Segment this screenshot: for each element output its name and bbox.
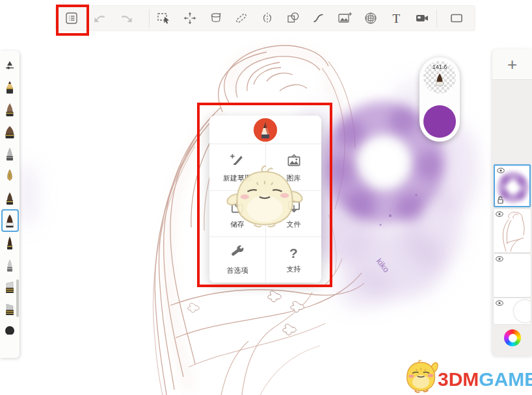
brush-tip-icon	[433, 71, 446, 88]
main-menu-popup: 新建草图 图库 储存 文件	[209, 116, 321, 283]
brush-item-chisel[interactable]	[1, 121, 18, 143]
preferences-icon	[229, 244, 246, 261]
menu-button[interactable]	[56, 6, 87, 31]
fill-icon	[208, 10, 224, 26]
layer-sketch[interactable]	[494, 209, 531, 252]
pencil-icon	[3, 79, 16, 96]
layer-unlock-icon[interactable]	[497, 196, 504, 204]
shapes-icon	[286, 10, 301, 26]
import-image-button[interactable]	[332, 6, 358, 31]
layer-visibility-icon[interactable]	[497, 168, 505, 173]
color-wheel-button[interactable]	[504, 329, 521, 346]
text-tool-icon: T	[393, 12, 401, 25]
brush-item-gray[interactable]	[1, 143, 18, 165]
time-lapse-icon	[414, 10, 430, 26]
toolbar-divider	[149, 9, 150, 27]
layer-empty[interactable]	[494, 254, 531, 297]
fill-button[interactable]	[203, 6, 229, 31]
marquee-select-button[interactable]	[151, 6, 177, 31]
menu-item-save[interactable]: 储存	[209, 190, 265, 236]
color-wheel-center	[509, 334, 517, 342]
brush-size-slider[interactable]	[1, 55, 18, 77]
sidebar-scrollbar[interactable]	[16, 279, 19, 317]
brush-item-pen-nib[interactable]	[1, 165, 18, 187]
save-icon	[229, 198, 246, 215]
undo-icon	[92, 10, 108, 26]
sketchbook-logo-icon	[254, 118, 277, 142]
brush-puck[interactable]: 141.6	[423, 61, 456, 94]
background-color-swatch[interactable]	[514, 300, 531, 322]
layer-visibility-icon[interactable]	[496, 256, 503, 262]
brush-item-soft[interactable]	[1, 99, 18, 121]
chisel-brush-icon	[3, 123, 16, 140]
brush-item-pencil[interactable]	[1, 77, 18, 99]
brush-item-flat-ink[interactable]	[1, 187, 18, 209]
menu-item-label: 支持	[287, 264, 301, 274]
layer-background[interactable]	[494, 298, 531, 324]
menu-item-label: 文件	[287, 220, 301, 229]
redo-button[interactable]	[113, 6, 139, 31]
import-image-icon	[337, 10, 352, 26]
plus-icon: +	[507, 56, 517, 73]
shapes-button[interactable]	[280, 6, 306, 31]
menu-icon	[64, 11, 79, 25]
new-sketch-icon	[229, 152, 246, 169]
brush-sidebar	[0, 51, 20, 358]
add-layer-button[interactable]: +	[492, 49, 532, 80]
airbrush-icon	[3, 257, 16, 274]
brush-item-ink-selected[interactable]	[1, 209, 19, 232]
soft-brush-icon	[3, 101, 16, 118]
transform-icon	[182, 10, 198, 26]
brush-size-value: 141.6	[423, 64, 456, 70]
files-icon	[286, 198, 302, 215]
fullscreen-icon	[449, 10, 464, 26]
undo-button[interactable]	[87, 6, 113, 31]
menu-item-label: 首选项	[227, 266, 248, 275]
menu-item-label: 新建草图	[223, 173, 252, 183]
symmetry-icon	[259, 10, 275, 26]
gray-brush-icon	[3, 146, 16, 162]
top-toolbar: T	[55, 5, 475, 31]
brush-item-round[interactable]	[1, 320, 18, 335]
layer-visibility-icon[interactable]	[496, 211, 503, 217]
brush-size-slider-icon	[3, 59, 16, 72]
layers-panel: +	[492, 49, 532, 356]
toolbar-divider	[436, 9, 437, 27]
stroke-icon	[311, 10, 326, 26]
stroke-button[interactable]	[306, 6, 332, 31]
layer-watercolor[interactable]	[494, 164, 531, 207]
color-puck[interactable]	[423, 105, 456, 138]
time-lapse-button[interactable]	[409, 6, 435, 31]
menu-item-support[interactable]: ? 支持	[265, 236, 321, 283]
brush-item-detail[interactable]	[1, 232, 18, 254]
perspective-icon	[363, 10, 379, 26]
ink-brush-icon	[3, 212, 16, 229]
gallery-icon	[286, 152, 302, 169]
pen-nib-icon	[3, 168, 16, 185]
fullscreen-button[interactable]	[438, 6, 475, 31]
menu-item-preferences[interactable]: 首选项	[209, 236, 265, 283]
ruler-guides-button[interactable]	[228, 6, 254, 31]
flat-brush-1-icon	[3, 279, 16, 296]
perspective-button[interactable]	[358, 6, 384, 31]
text-tool-button[interactable]: T	[383, 6, 409, 31]
menu-item-gallery[interactable]: 图库	[265, 144, 321, 190]
layer-visibility-icon[interactable]	[496, 300, 503, 306]
round-brush-icon	[3, 320, 16, 335]
support-icon: ?	[289, 246, 298, 260]
menu-item-files[interactable]: 文件	[265, 190, 321, 236]
brush-color-puck: 141.6	[419, 57, 460, 142]
menu-item-new-sketch[interactable]: 新建草图	[209, 144, 265, 190]
symmetry-button[interactable]	[254, 6, 280, 31]
detail-brush-icon	[3, 235, 16, 251]
redo-icon	[118, 10, 134, 26]
flat-ink-brush-icon	[3, 190, 16, 207]
menu-item-label: 图库	[287, 173, 301, 183]
marquee-select-icon	[156, 10, 172, 26]
popup-header	[209, 116, 321, 144]
brush-item-airbrush[interactable]	[1, 254, 18, 276]
flat-brush-2-icon	[3, 301, 16, 318]
ruler-guides-icon	[233, 10, 249, 26]
transform-button[interactable]	[177, 6, 203, 31]
menu-item-label: 储存	[230, 220, 245, 229]
